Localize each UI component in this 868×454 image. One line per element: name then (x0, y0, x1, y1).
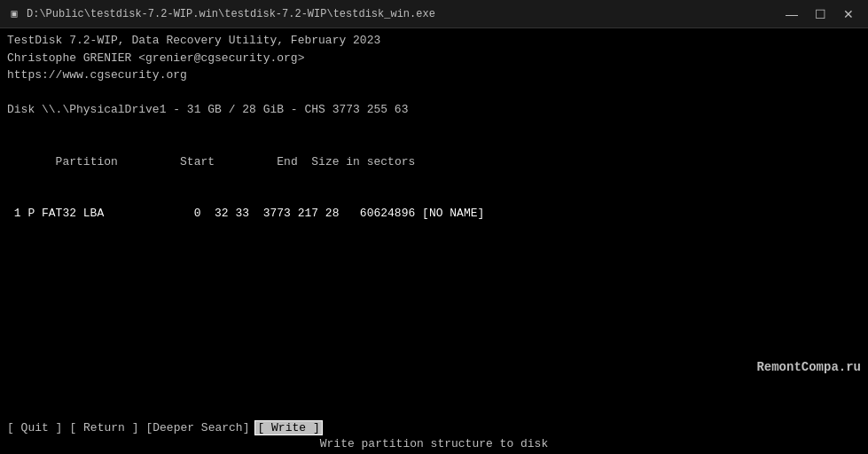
terminal-area: TestDisk 7.2-WIP, Data Recovery Utility,… (0, 28, 868, 417)
col-size: Size in sectors (298, 155, 416, 168)
partition-row: 1 P FAT32 LBA 0 32 33 3773 217 28 606248… (7, 205, 861, 223)
author-line: Christophe GRENIER <grenier@cgsecurity.o… (7, 50, 861, 67)
quit-button[interactable]: [ Quit ] (7, 421, 62, 434)
column-headers: Partition Start End Size in sectors (7, 136, 861, 188)
window-title: D:\Public\testdisk-7.2-WIP.win\testdisk-… (27, 8, 435, 20)
title-bar-left: ▣ D:\Public\testdisk-7.2-WIP.win\testdis… (7, 7, 435, 21)
minimize-button[interactable]: — (779, 4, 804, 24)
app-title-line: TestDisk 7.2-WIP, Data Recovery Utility,… (7, 32, 861, 50)
action-buttons: [ Quit ] [ Return ] [Deeper Search] [ Wr… (7, 420, 861, 435)
bottom-bar: [ Quit ] [ Return ] [Deeper Search] [ Wr… (0, 417, 868, 454)
col-start: Start (118, 155, 215, 168)
website-line: https://www.cgsecurity.org (7, 67, 861, 84)
col-partition: Partition (35, 155, 118, 168)
disk-info-line: Disk \\.\PhysicalDrive1 - 31 GB / 28 GiB… (7, 101, 861, 119)
blank-line-1 (7, 84, 861, 102)
blank-line-3 (7, 188, 861, 206)
title-bar: ▣ D:\Public\testdisk-7.2-WIP.win\testdis… (0, 0, 868, 28)
return-button[interactable]: [ Return ] (69, 421, 138, 434)
blank-line-2 (7, 119, 861, 137)
write-button[interactable]: [ Write ] (254, 420, 322, 435)
col-end: End (215, 155, 298, 168)
maximize-button[interactable]: ☐ (808, 4, 833, 24)
deeper-search-button[interactable]: [Deeper Search] (145, 421, 249, 434)
action-description: Write partition structure to disk (7, 437, 861, 452)
app-icon: ▣ (7, 7, 21, 21)
close-button[interactable]: ✕ (836, 4, 861, 24)
watermark: RemontCompa.ru (756, 360, 861, 374)
window-controls: — ☐ ✕ (779, 4, 861, 24)
